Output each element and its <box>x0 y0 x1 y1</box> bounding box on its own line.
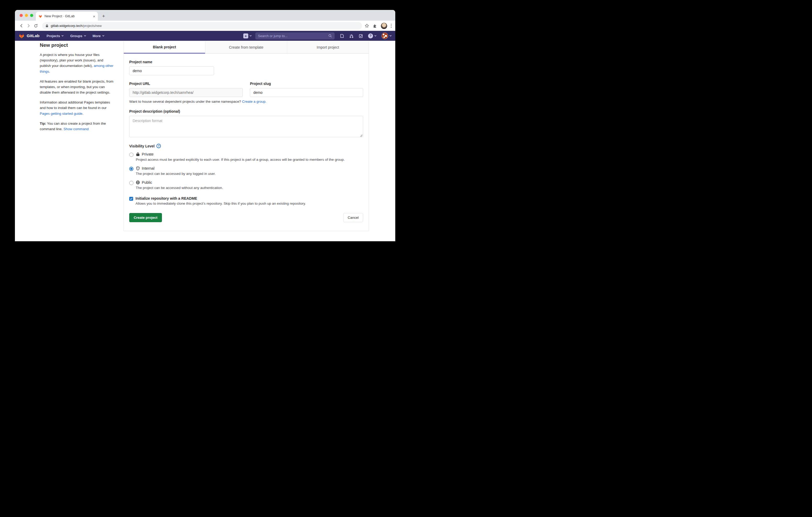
screen-background: New Project · GitLab × + gitlab.widgetco… <box>0 0 406 258</box>
pages-guide-link[interactable]: Pages getting started guide <box>40 112 82 116</box>
sidebar-paragraph-3: Information about additional Pages templ… <box>40 99 114 116</box>
visibility-option-private[interactable]: Private Project access must be granted e… <box>129 152 363 162</box>
lock-icon <box>136 152 140 156</box>
blank-project-form: Project name Project URL Project slug Wa… <box>124 54 369 231</box>
url-text: gitlab.widgetcorp.tech/projects/new <box>51 24 102 28</box>
project-slug-label: Project slug <box>250 82 363 86</box>
url-path: /projects/new <box>82 24 102 28</box>
visibility-option-internal[interactable]: Internal The project can be accessed by … <box>129 166 363 176</box>
show-command-link[interactable]: Show command <box>64 127 89 131</box>
project-url-input[interactable] <box>129 88 243 97</box>
issues-icon[interactable] <box>340 34 344 38</box>
private-label: Private <box>142 152 153 156</box>
lock-icon <box>46 24 49 27</box>
tab-create-from-template[interactable]: Create from template <box>205 41 287 54</box>
tab-blank-project[interactable]: Blank project <box>124 41 205 54</box>
sidebar-description: New project A project is where you house… <box>40 42 114 136</box>
internal-description: The project can be accessed by any logge… <box>136 171 363 176</box>
shield-icon <box>136 166 140 171</box>
close-window-button[interactable] <box>20 14 23 17</box>
page-content: New project A project is where you house… <box>15 41 395 241</box>
radio-private[interactable] <box>129 153 134 157</box>
address-bar[interactable]: gitlab.widgetcorp.tech/projects/new <box>42 22 362 30</box>
browser-action-icons <box>365 23 393 29</box>
tab-close-icon[interactable]: × <box>93 14 95 18</box>
public-description: The project can be accessed without any … <box>136 185 363 190</box>
readme-label: Initialize repository with a README <box>136 196 306 201</box>
nav-menu-groups[interactable]: Groups <box>70 34 86 38</box>
navbar-icons: ? <box>340 32 392 39</box>
chevron-down-icon <box>389 35 392 37</box>
visibility-option-public[interactable]: Public The project can be accessed witho… <box>129 180 363 190</box>
new-item-dropdown[interactable]: + <box>243 33 252 38</box>
cancel-button[interactable]: Cancel <box>343 213 363 222</box>
chevron-down-icon <box>61 35 64 37</box>
sidebar-paragraph-1: A project is where you house your files … <box>40 52 114 74</box>
project-name-label: Project name <box>129 60 363 64</box>
gitlab-favicon-icon <box>38 14 42 18</box>
gitlab-brand-text[interactable]: GitLab <box>27 33 39 38</box>
gitlab-logo-icon[interactable] <box>19 33 25 39</box>
global-search[interactable] <box>255 32 335 39</box>
browser-profile-avatar[interactable] <box>381 23 387 29</box>
nav-menu-projects[interactable]: Projects <box>47 34 64 38</box>
tip-label: Tip: <box>40 122 46 125</box>
extensions-puzzle-icon[interactable] <box>373 24 377 28</box>
browser-menu-icon[interactable] <box>391 24 392 28</box>
project-description-textarea[interactable] <box>129 116 363 137</box>
project-type-tabs: Blank project Create from template Impor… <box>124 41 369 54</box>
window-controls <box>20 10 33 21</box>
sidebar-tip: Tip: You can also create a project from … <box>40 121 114 132</box>
check-icon <box>130 197 133 200</box>
project-description-label: Project description (optional) <box>129 109 363 114</box>
namespace-hint: Want to house several dependent projects… <box>129 99 363 103</box>
search-input[interactable] <box>258 34 326 38</box>
radio-public[interactable] <box>129 181 134 185</box>
chevron-down-icon <box>250 35 252 37</box>
internal-label: Internal <box>142 166 154 171</box>
private-description: Project access must be granted explicitl… <box>136 157 363 162</box>
chevron-down-icon <box>84 35 86 37</box>
globe-icon <box>136 180 140 185</box>
tab-import-project[interactable]: Import project <box>287 41 369 54</box>
new-tab-button[interactable]: + <box>100 12 107 20</box>
public-label: Public <box>142 180 152 185</box>
browser-tab[interactable]: New Project · GitLab × <box>36 12 98 21</box>
browser-window: New Project · GitLab × + gitlab.widgetco… <box>15 10 395 241</box>
navbar-menus: Projects Groups More <box>47 34 105 38</box>
back-icon[interactable] <box>18 22 25 30</box>
forward-icon[interactable] <box>25 22 32 30</box>
new-project-panel: Blank project Create from template Impor… <box>123 41 369 231</box>
create-project-button[interactable]: Create project <box>129 213 162 222</box>
user-menu[interactable] <box>381 32 392 39</box>
chevron-down-icon <box>374 35 376 37</box>
project-slug-input[interactable] <box>250 88 363 97</box>
project-url-label: Project URL <box>129 82 243 86</box>
readme-option[interactable]: Initialize repository with a README Allo… <box>129 196 363 206</box>
project-name-input[interactable] <box>129 66 214 75</box>
tab-title: New Project · GitLab <box>45 14 91 18</box>
avatar <box>381 32 388 39</box>
create-a-group-link[interactable]: Create a group. <box>242 99 266 103</box>
browser-toolbar: gitlab.widgetcorp.tech/projects/new <box>15 21 395 31</box>
plus-icon: + <box>243 33 248 38</box>
todos-icon[interactable] <box>359 34 363 38</box>
merge-request-icon[interactable] <box>349 34 354 38</box>
readme-description: Allows you to immediately clone this pro… <box>136 202 306 206</box>
help-icon: ? <box>368 33 373 38</box>
help-menu[interactable]: ? <box>368 33 376 38</box>
readme-checkbox[interactable] <box>129 197 133 201</box>
sidebar-paragraph-2: All features are enabled for blank proje… <box>40 79 114 95</box>
bookmark-star-icon[interactable] <box>365 24 369 28</box>
visibility-level-label: Visibility Level <box>129 144 154 148</box>
minimize-window-button[interactable] <box>25 14 28 17</box>
url-host: gitlab.widgetcorp.tech <box>51 24 82 28</box>
nav-menu-more[interactable]: More <box>93 34 105 38</box>
gitlab-navbar: GitLab Projects Groups More + <box>15 31 395 41</box>
search-icon <box>328 34 332 38</box>
visibility-help-icon[interactable]: ? <box>156 144 161 148</box>
resize-grip-icon[interactable] <box>360 134 362 137</box>
radio-internal[interactable] <box>129 167 134 171</box>
reload-icon[interactable] <box>32 22 39 30</box>
zoom-window-button[interactable] <box>30 14 33 17</box>
